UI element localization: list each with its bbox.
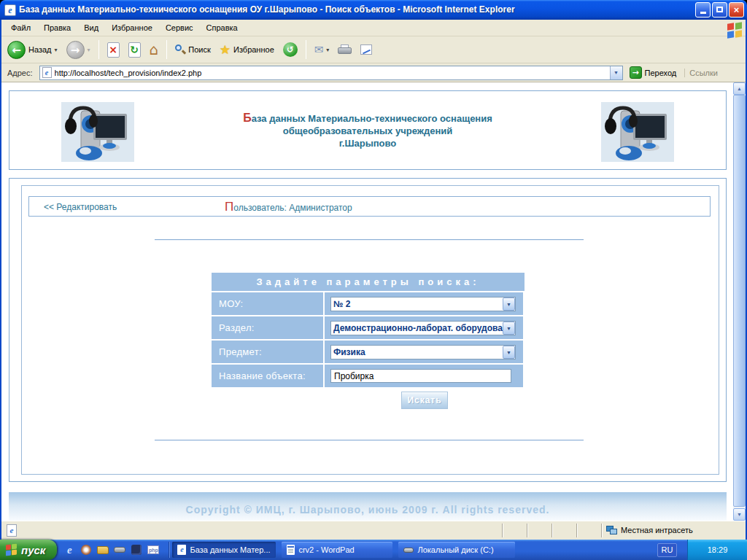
history-button[interactable]: ↺ [280, 41, 301, 58]
menu-file[interactable]: Файл [4, 20, 37, 35]
window-title: База данных Материально-технического осн… [19, 0, 695, 20]
mail-icon: ✉ [314, 43, 324, 56]
minimize-button[interactable] [695, 2, 711, 18]
user-bar: << Редактировать Пользователь: Администр… [28, 196, 711, 217]
status-pane [551, 524, 576, 537]
page-favicon-icon: e [42, 67, 52, 78]
quicklaunch-app-icon[interactable] [130, 543, 143, 556]
menu-favorites[interactable]: Избранное [105, 20, 159, 35]
status-pane [502, 524, 527, 537]
razdel-select[interactable]: Демонстрационно-лаборат. оборудован ▼ [330, 321, 516, 335]
mail-button[interactable]: ✉ ▾ [311, 42, 333, 58]
address-label: Адрес: [4, 69, 36, 77]
ie-window-icon: e [4, 4, 16, 16]
print-button[interactable] [335, 43, 355, 56]
task-button-local-disk[interactable]: Локальный диск (C:) [398, 542, 515, 558]
menu-view[interactable]: Вид [77, 20, 105, 35]
start-label: пуск [21, 544, 45, 556]
quicklaunch-folder-icon[interactable] [96, 543, 109, 556]
form-row: Название объекта: [212, 365, 525, 387]
windows-logo-icon [726, 21, 743, 39]
menu-edit[interactable]: Правка [37, 20, 77, 35]
address-bar: Адрес: e http://localhost/tech_provision… [1, 63, 746, 82]
site-title: База данных Материально-технического осн… [141, 112, 595, 149]
print-icon [338, 44, 352, 55]
favorites-label: Избранное [233, 45, 274, 54]
links-menu[interactable]: Ссылки [684, 69, 722, 77]
address-dropdown-icon[interactable]: ▼ [610, 66, 622, 79]
language-indicator[interactable]: RU [657, 543, 677, 557]
quicklaunch-drive-icon[interactable] [113, 543, 126, 556]
close-button[interactable]: × [729, 2, 744, 18]
edit-page-button[interactable] [357, 43, 375, 56]
quick-launch: e php [57, 543, 166, 556]
quicklaunch-php-icon[interactable]: php [147, 543, 160, 556]
zone-label: Местная интрасеть [621, 526, 693, 534]
security-zone: Местная интрасеть [601, 524, 743, 537]
back-button[interactable]: ← Назад ▾ [4, 39, 61, 61]
task-button-wordpad[interactable]: crv2 - WordPad [282, 542, 392, 558]
ie-task-icon: e [177, 545, 186, 555]
page-viewport: База данных Материально-технического осн… [1, 82, 746, 521]
chevron-down-icon[interactable]: ▼ [503, 322, 515, 335]
computer-image-left [61, 102, 134, 162]
favorites-button[interactable]: ★ Избранное [217, 41, 277, 59]
status-pane [527, 524, 551, 537]
stop-button[interactable]: × [104, 41, 123, 59]
vertical-scrollbar[interactable]: ▲ ▼ [733, 82, 746, 521]
quicklaunch-ie-icon[interactable]: e [63, 543, 76, 556]
edit-link[interactable]: << Редактировать [44, 202, 117, 212]
taskbar-divider [169, 542, 169, 558]
site-title-dropcap: Б [243, 112, 252, 124]
predmet-select[interactable]: Физика ▼ [330, 345, 516, 359]
object-name-input[interactable] [330, 369, 511, 383]
search-form: Задайте параметры поиска: МОУ: № 2 ▼ Раз… [212, 273, 525, 387]
scrollbar-thumb[interactable] [733, 95, 746, 507]
go-button[interactable]: → Переход [627, 66, 680, 79]
mail-dropdown-icon[interactable]: ▾ [326, 47, 329, 53]
chevron-down-icon[interactable]: ▼ [503, 298, 515, 311]
form-row: Раздел: Демонстрационно-лаборат. оборудо… [212, 316, 525, 339]
task-button-browser[interactable]: e База данных Матер... [172, 542, 276, 558]
search-icon [175, 44, 185, 55]
windows-flag-icon [6, 544, 18, 556]
address-url[interactable]: http://localhost/tech_provision/index2.p… [55, 69, 610, 77]
quicklaunch-media-icon[interactable] [80, 543, 93, 556]
search-button[interactable]: Поиск [172, 42, 213, 57]
user-dropcap: П [225, 200, 233, 214]
form-header: Задайте параметры поиска: [212, 273, 525, 291]
forward-icon: → [66, 41, 85, 59]
mou-select[interactable]: № 2 ▼ [330, 297, 516, 311]
stop-icon: × [107, 42, 120, 58]
scroll-up-icon[interactable]: ▲ [733, 82, 746, 95]
refresh-button[interactable]: ↻ [125, 41, 144, 59]
search-submit-button[interactable]: Искать [401, 392, 448, 409]
back-icon: ← [7, 41, 26, 59]
toolbar-separator [306, 40, 306, 59]
refresh-icon: ↻ [128, 42, 141, 58]
forward-button[interactable]: → ▾ [63, 39, 93, 61]
home-button[interactable]: ⌂ [147, 40, 162, 59]
object-name-label: Название объекта: [212, 365, 323, 387]
wordpad-task-icon [287, 545, 295, 555]
page-footer: Copyright © ИМЦ, г. Шарыпово, июнь 2009 … [9, 492, 727, 521]
form-row: МОУ: № 2 ▼ [212, 292, 525, 315]
computer-image-right [601, 102, 674, 162]
start-button[interactable]: пуск [0, 540, 57, 560]
chevron-down-icon[interactable]: ▼ [503, 346, 515, 359]
menu-help[interactable]: Справка [200, 20, 244, 35]
desktop: e База данных Материально-технического о… [0, 0, 747, 560]
scroll-down-icon[interactable]: ▼ [733, 508, 746, 521]
menu-tools[interactable]: Сервис [159, 20, 200, 35]
standard-toolbar: ← Назад ▾ → ▾ × ↻ ⌂ Поиск [1, 36, 746, 63]
back-dropdown-icon[interactable]: ▾ [55, 47, 58, 53]
back-label: Назад [28, 45, 52, 54]
clock[interactable]: 18:29 [708, 545, 728, 554]
mou-label: МОУ: [212, 292, 323, 315]
home-icon: ⌂ [150, 42, 159, 58]
address-input[interactable]: e http://localhost/tech_provision/index2… [39, 66, 623, 80]
browser-chrome: Файл Правка Вид Избранное Сервис Справка… [0, 20, 747, 540]
restore-button[interactable] [712, 2, 727, 18]
taskbar: пуск e php e База данных Матер... crv2 -… [0, 540, 747, 560]
status-page-icon: e [7, 524, 17, 537]
